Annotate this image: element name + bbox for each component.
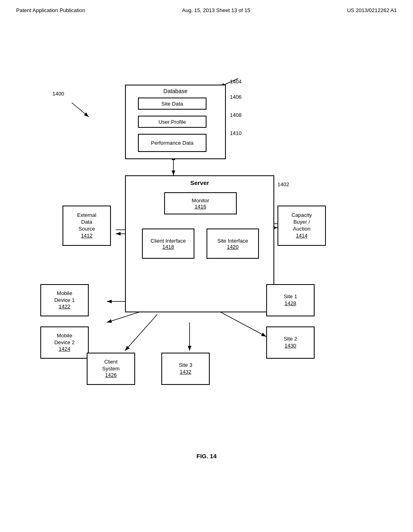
site-2-label: Site 2: [284, 336, 297, 343]
header-middle: Aug. 15, 2013 Sheet 13 of 15: [182, 7, 250, 13]
capacity-buyer-label: CapacityBuyer /Auction: [292, 212, 312, 233]
server-label: Server: [126, 179, 273, 186]
number-1410: 1410: [230, 130, 242, 136]
number-1402: 1402: [277, 181, 289, 187]
site-3-number: 1432: [180, 369, 192, 376]
client-system-number: 1426: [105, 372, 117, 379]
svg-line-11: [125, 314, 157, 351]
header-left: Patent Application Publication: [16, 7, 85, 13]
number-1406: 1406: [230, 94, 242, 100]
site-data-box: Site Data: [138, 98, 206, 110]
database-outer-box: Database Site Data User Profile Performa…: [125, 85, 226, 159]
mobile-device-1-box: MobileDevice 1 1422: [40, 284, 89, 316]
client-system-label: ClientSystem: [102, 359, 119, 372]
client-system-box: ClientSystem 1426: [87, 353, 135, 385]
page-header: Patent Application Publication Aug. 15, …: [0, 0, 413, 13]
capacity-buyer-box: CapacityBuyer /Auction 1414: [277, 206, 326, 246]
external-data-source-box: ExternalDataSource 1412: [63, 206, 111, 246]
diagram-area: 1400 Database Site Data User Profile Per…: [0, 32, 413, 476]
site-2-number: 1430: [285, 343, 296, 349]
number-1404: 1404: [230, 79, 242, 85]
performance-data-box: Performance Data: [138, 134, 206, 152]
user-profile-box: User Profile: [138, 116, 206, 128]
client-interface-box: Client Interface 1418: [142, 229, 194, 259]
server-outer-box: Server Monitor 1416 Client Interface 141…: [125, 175, 274, 312]
external-data-number: 1412: [81, 233, 93, 239]
mobile-device-2-box: MobileDevice 2 1424: [40, 326, 89, 359]
mobile-device-2-number: 1424: [59, 346, 71, 353]
mobile-device-2-label: MobileDevice 2: [54, 332, 75, 346]
site-interface-box: Site Interface 1420: [206, 229, 259, 259]
svg-line-15: [72, 103, 89, 117]
mobile-device-1-number: 1422: [59, 303, 71, 310]
site-3-label: Site 3: [179, 362, 192, 369]
site-2-box: Site 2 1430: [266, 326, 315, 359]
database-label: Database: [126, 88, 225, 94]
figure-label: FIG. 14: [0, 453, 413, 459]
site-1-number: 1428: [285, 300, 296, 307]
mobile-device-1-label: MobileDevice 1: [54, 290, 75, 304]
site-3-box: Site 3 1432: [161, 353, 210, 385]
number-1408: 1408: [230, 112, 242, 118]
monitor-box: Monitor 1416: [164, 192, 237, 214]
header-right: US 2013/0212262 A1: [347, 7, 397, 13]
capacity-buyer-number: 1414: [296, 233, 308, 239]
site-1-box: Site 1 1428: [266, 284, 315, 316]
label-1400: 1400: [52, 91, 64, 97]
site-1-label: Site 1: [284, 293, 297, 300]
external-data-label: ExternalDataSource: [77, 212, 96, 233]
